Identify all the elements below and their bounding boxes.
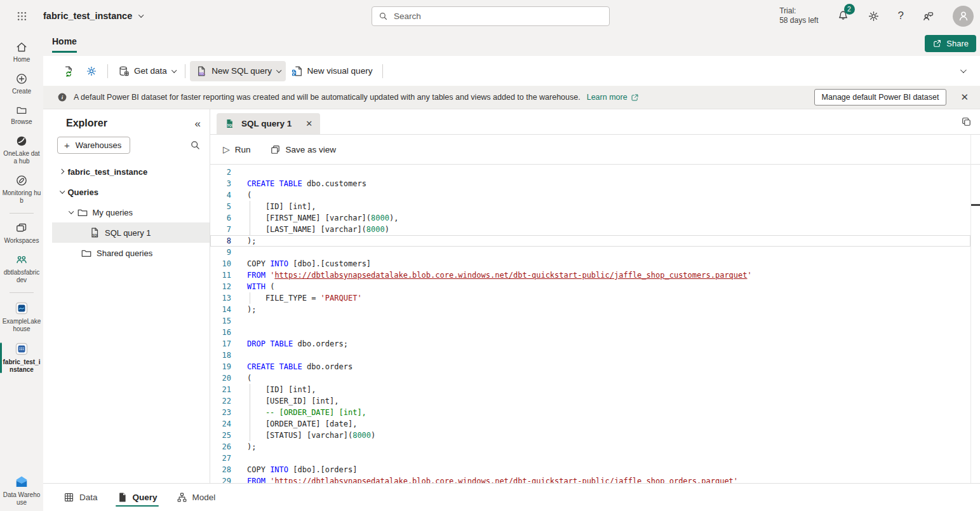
nav-item-monitoring-hub[interactable]: Monitoring hub [0, 170, 43, 209]
code-line-15[interactable]: 15 [210, 315, 970, 327]
explorer-search-icon[interactable] [190, 140, 201, 151]
code-line-23[interactable]: 23 -- [ORDER_DATE] [int], [210, 407, 970, 418]
code-line-13[interactable]: 13 FILE_TYPE = 'PARQUET' [210, 292, 970, 304]
code-line-25[interactable]: 25 [STATUS] [varchar](8000) [210, 430, 970, 441]
view-tab-data[interactable]: Data [64, 484, 98, 511]
share-button[interactable]: Share [925, 35, 976, 52]
code-line-3[interactable]: 3CREATE TABLE dbo.customers [210, 178, 970, 189]
line-number: 29 [210, 475, 231, 483]
chevron-down-icon [60, 189, 65, 194]
feedback-icon[interactable] [922, 10, 934, 22]
run-icon: ▷ [223, 144, 230, 154]
add-warehouses-button[interactable]: + Warehouses [57, 137, 130, 154]
save-as-view-button[interactable]: Save as view [270, 144, 337, 155]
new-sql-query-button[interactable]: SQL New SQL query [190, 61, 285, 81]
chevron-right-icon [59, 169, 64, 174]
people-icon [15, 254, 28, 266]
collapse-panel-icon[interactable]: « [195, 118, 201, 129]
manage-dataset-button[interactable]: Manage default Power BI dataset [814, 89, 947, 106]
line-number: 22 [210, 395, 231, 407]
tab-sql-query-1[interactable]: SQL SQL query 1 ✕ [217, 113, 320, 134]
code-line-14[interactable]: 14); [210, 304, 970, 315]
ribbon-expand-chevron-icon[interactable] [960, 67, 967, 73]
code-line-22[interactable]: 22 [USER_ID] [int], [210, 395, 970, 407]
search-box[interactable] [372, 6, 610, 26]
folder-icon [81, 247, 92, 259]
toolbar-divider [382, 64, 383, 78]
code-line-21[interactable]: 21 [ID] [int], [210, 384, 970, 395]
settings-gear-icon[interactable] [868, 10, 880, 22]
code-line-5[interactable]: 5 [ID] [int], [210, 201, 970, 212]
tree-item-my-queries[interactable]: My queries [52, 202, 210, 222]
code-line-26[interactable]: 26); [210, 441, 970, 453]
refresh-button[interactable] [57, 61, 80, 81]
query-editor-area: SQL SQL query 1 ✕ ▷ Run Save as [210, 109, 980, 483]
query-tab-strip: SQL SQL query 1 ✕ [210, 109, 980, 135]
app-launcher-button[interactable] [0, 11, 43, 22]
settings-button[interactable] [80, 61, 103, 81]
help-button[interactable]: ? [898, 10, 904, 22]
tab-home[interactable]: Home [52, 36, 77, 53]
tree-item-queries[interactable]: Queries [52, 182, 210, 202]
scrollbar-position-mark [971, 204, 980, 206]
view-tab-model[interactable]: Model [177, 484, 216, 511]
tree-item-label: SQL query 1 [105, 228, 151, 238]
code-editor[interactable]: 23CREATE TABLE dbo.customers4(5 [ID] [in… [210, 165, 970, 483]
rail-divider [10, 213, 34, 214]
query-doc-icon [117, 492, 128, 503]
info-icon: i [57, 92, 67, 102]
code-line-6[interactable]: 6 [FIRST_NAME] [varchar](8000), [210, 212, 970, 224]
run-button[interactable]: ▷ Run [223, 144, 251, 154]
code-line-9[interactable]: 9 [210, 247, 970, 258]
search-input[interactable] [394, 11, 603, 21]
code-line-12[interactable]: 12WITH ( [210, 281, 970, 292]
code-line-17[interactable]: 17DROP TABLE dbo.orders; [210, 338, 970, 350]
code-line-20[interactable]: 20( [210, 372, 970, 384]
view-tab-query[interactable]: Query [117, 484, 158, 511]
tree-item-shared-queries[interactable]: Shared queries [52, 243, 210, 263]
code-line-10[interactable]: 10COPY INTO [dbo].[customers] [210, 258, 970, 269]
banner-close-icon[interactable]: ✕ [960, 92, 969, 103]
nav-item-data-warehouse[interactable]: Data Warehouse [0, 470, 43, 511]
code-line-27[interactable]: 27 [210, 453, 970, 464]
nav-item-home[interactable]: Home [0, 36, 43, 68]
copy-icon[interactable] [961, 116, 972, 127]
nav-item-onelake-data-hub[interactable]: OneLake data hub [0, 130, 43, 170]
code-line-28[interactable]: 28COPY INTO [dbo].[orders] [210, 464, 970, 475]
code-line-19[interactable]: 19CREATE TABLE dbo.orders [210, 361, 970, 372]
notifications-button[interactable]: 2 [837, 9, 849, 24]
nav-item-fabric-test-instance[interactable]: fabric_test_instance [0, 337, 43, 378]
code-line-2[interactable]: 2 [210, 167, 970, 178]
code-line-16[interactable]: 16 [210, 327, 970, 338]
sql-file-green-icon: SQL [224, 118, 235, 129]
line-number: 4 [210, 189, 231, 201]
code-line-18[interactable]: 18 [210, 350, 970, 361]
workspace-switcher[interactable]: fabric_test_instance [43, 11, 142, 21]
editor-scrollbar-track[interactable] [970, 135, 971, 483]
avatar[interactable] [953, 6, 974, 27]
line-number: 9 [210, 247, 231, 258]
trial-status: Trial: 58 days left [779, 6, 818, 25]
code-line-8[interactable]: 8); [210, 235, 970, 247]
nav-item-workspaces[interactable]: Workspaces [0, 217, 43, 249]
person-icon [957, 10, 970, 22]
nav-item-browse[interactable]: Browse [0, 100, 43, 130]
code-line-4[interactable]: 4( [210, 189, 970, 201]
nav-item-examplelakehouse[interactable]: ExampleLakehouse [0, 297, 43, 337]
new-visual-query-button[interactable]: New visual query [286, 61, 379, 81]
code-line-7[interactable]: 7 [LAST_NAME] [varchar](8000) [210, 224, 970, 235]
code-line-29[interactable]: 29FROM 'https://dbtlabsynapsedatalake.bl… [210, 475, 970, 483]
tree-item-sql-query-1[interactable]: SQLSQL query 1 [52, 222, 210, 243]
tab-close-icon[interactable]: ✕ [305, 119, 312, 128]
nav-item-create[interactable]: Create [0, 68, 43, 100]
line-number: 16 [210, 327, 231, 338]
tree-item-fabric-test-instance[interactable]: fabric_test_instance [52, 161, 210, 182]
get-data-button[interactable]: Get data [112, 61, 180, 81]
nav-item-dbtlabsfabricdev[interactable]: dbtlabsfabricdev [0, 249, 43, 289]
nav-item-label: Browse [11, 118, 32, 126]
sql-document-icon: SQL [196, 65, 207, 77]
code-line-11[interactable]: 11FROM 'https://dbtlabsynapsedatalake.bl… [210, 269, 970, 281]
line-number: 8 [210, 235, 231, 247]
code-line-24[interactable]: 24 [ORDER_DATE] [date], [210, 418, 970, 430]
learn-more-link[interactable]: Learn more [587, 93, 639, 102]
